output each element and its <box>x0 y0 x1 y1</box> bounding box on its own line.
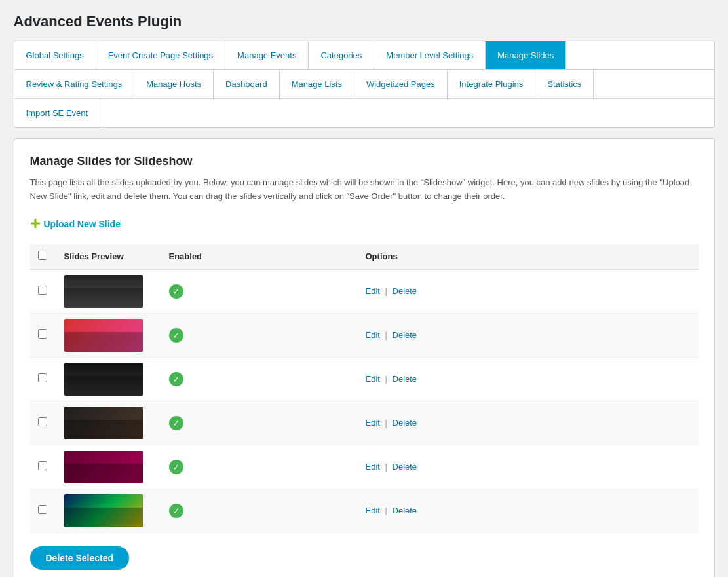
table-row: ✓Edit | Delete <box>30 401 699 445</box>
row-checkbox-5[interactable] <box>38 461 47 470</box>
tab-manage-events[interactable]: Manage Events <box>225 41 309 69</box>
table-row: ✓Edit | Delete <box>30 269 699 314</box>
edit-link-3[interactable]: Edit <box>366 374 380 384</box>
tab-manage-lists[interactable]: Manage Lists <box>280 70 354 98</box>
row-checkbox-1[interactable] <box>38 286 47 295</box>
row-checkbox-3[interactable] <box>38 373 47 382</box>
enabled-check-icon-1: ✓ <box>169 284 183 299</box>
table-row: ✓Edit | Delete <box>30 357 699 401</box>
upload-new-slide-link[interactable]: ✛ Upload New Slide <box>30 217 121 231</box>
section-title: Manage Slides for Slideshow <box>30 155 699 168</box>
enabled-check-icon-5: ✓ <box>169 460 183 474</box>
plus-icon: ✛ <box>30 217 40 231</box>
description-text: This page lists all the slides uploaded … <box>30 176 699 204</box>
header-options: Options <box>358 244 699 269</box>
enabled-check-icon-2: ✓ <box>169 328 183 343</box>
select-all-checkbox[interactable] <box>38 251 47 260</box>
edit-link-5[interactable]: Edit <box>366 462 380 472</box>
row-checkbox-4[interactable] <box>38 417 47 426</box>
slide-preview-3 <box>64 363 143 396</box>
table-row: ✓Edit | Delete <box>30 489 699 532</box>
enabled-check-icon-3: ✓ <box>169 372 183 386</box>
header-checkbox-col <box>30 244 56 269</box>
slide-preview-2 <box>64 319 143 352</box>
tab-event-create-page-settings[interactable]: Event Create Page Settings <box>96 41 225 69</box>
separator-2: | <box>383 330 390 340</box>
main-content: Manage Slides for Slideshow This page li… <box>14 138 715 577</box>
delete-link-6[interactable]: Delete <box>393 506 417 515</box>
tab-statistics[interactable]: Statistics <box>535 70 594 98</box>
delete-selected-button[interactable]: Delete Selected <box>30 546 130 570</box>
tab-manage-slides[interactable]: Manage Slides <box>486 41 566 69</box>
tab-member-level-settings[interactable]: Member Level Settings <box>374 41 486 69</box>
tab-widgetized-pages[interactable]: Widgetized Pages <box>354 70 448 98</box>
tab-dashboard[interactable]: Dashboard <box>214 70 280 98</box>
separator-4: | <box>383 418 390 428</box>
header-enabled: Enabled <box>161 244 358 269</box>
tabs-row-3: Import SE Event <box>14 99 714 127</box>
delete-link-2[interactable]: Delete <box>393 330 417 340</box>
tab-import-se-event[interactable]: Import SE Event <box>14 99 101 127</box>
upload-link-label: Upload New Slide <box>44 219 121 229</box>
edit-link-4[interactable]: Edit <box>366 418 380 428</box>
delete-link-1[interactable]: Delete <box>393 286 417 296</box>
separator-3: | <box>383 374 390 384</box>
tab-manage-hosts[interactable]: Manage Hosts <box>134 70 214 98</box>
separator-6: | <box>383 506 390 515</box>
enabled-check-icon-4: ✓ <box>169 416 183 430</box>
slides-tbody: ✓Edit | Delete✓Edit | Delete✓Edit | Dele… <box>30 269 699 533</box>
row-checkbox-6[interactable] <box>38 505 47 514</box>
delete-link-3[interactable]: Delete <box>393 374 417 384</box>
enabled-check-icon-6: ✓ <box>169 504 183 518</box>
slide-preview-4 <box>64 407 143 439</box>
edit-link-6[interactable]: Edit <box>366 506 380 515</box>
table-row: ✓Edit | Delete <box>30 313 699 357</box>
tabs-row-1: Global SettingsEvent Create Page Setting… <box>14 41 714 70</box>
row-checkbox-2[interactable] <box>38 329 47 339</box>
slide-preview-5 <box>64 451 143 483</box>
separator-5: | <box>383 462 390 472</box>
tabs-row-2: Review & Rating SettingsManage HostsDash… <box>14 70 714 99</box>
tab-global-settings[interactable]: Global Settings <box>14 41 96 69</box>
slide-preview-6 <box>64 494 143 527</box>
delete-link-4[interactable]: Delete <box>393 418 417 428</box>
tab-integrate-plugins[interactable]: Integrate Plugins <box>448 70 536 98</box>
tabs-container: Global SettingsEvent Create Page Setting… <box>14 41 715 128</box>
table-header-row: Slides Preview Enabled Options <box>30 244 699 269</box>
tab-categories[interactable]: Categories <box>309 41 374 69</box>
table-row: ✓Edit | Delete <box>30 445 699 489</box>
delete-link-5[interactable]: Delete <box>393 462 417 472</box>
edit-link-1[interactable]: Edit <box>366 286 380 296</box>
page-wrapper: Advanced Events Plugin Global SettingsEv… <box>14 13 715 577</box>
slide-preview-1 <box>64 275 143 308</box>
separator-1: | <box>383 286 390 296</box>
header-preview: Slides Preview <box>56 244 161 269</box>
edit-link-2[interactable]: Edit <box>366 330 380 340</box>
tab-review-rating-settings[interactable]: Review & Rating Settings <box>14 70 135 98</box>
page-title: Advanced Events Plugin <box>14 13 715 30</box>
slides-table: Slides Preview Enabled Options ✓Edit | D… <box>30 244 699 533</box>
